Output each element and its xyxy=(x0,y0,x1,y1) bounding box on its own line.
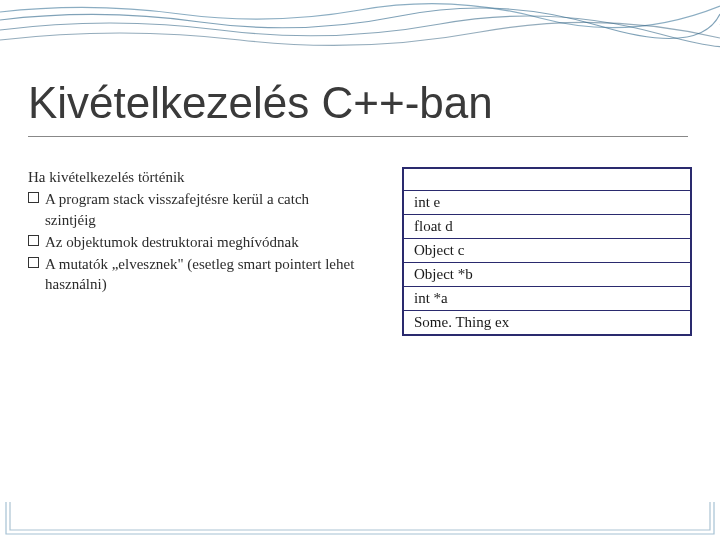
footer-frame-decoration xyxy=(0,502,720,540)
stack-diagram: int e float d Object c Object *b int *a … xyxy=(402,167,692,336)
checkbox-bullet-icon xyxy=(28,257,39,268)
stack-row: Object c xyxy=(404,239,690,263)
stack-row: int e xyxy=(404,191,690,215)
body-text-column: Ha kivételkezelés történik A program sta… xyxy=(28,167,362,336)
stack-row: Some. Thing ex xyxy=(404,311,690,334)
checkbox-bullet-icon xyxy=(28,235,39,246)
intro-text: Ha kivételkezelés történik xyxy=(28,167,362,187)
slide-title: Kivételkezelés C++-ban xyxy=(28,78,692,128)
bullet-text: A program stack visszafejtésre kerül a c… xyxy=(45,189,362,230)
bullet-text: A mutatók „elvesznek" (esetleg smart poi… xyxy=(45,254,362,295)
stack-row: Object *b xyxy=(404,263,690,287)
stack-row: int *a xyxy=(404,287,690,311)
bullet-text: Az objektumok destruktorai meghívódnak xyxy=(45,232,362,252)
checkbox-bullet-icon xyxy=(28,192,39,203)
stack-row xyxy=(404,169,690,191)
bullet-item: A program stack visszafejtésre kerül a c… xyxy=(28,189,362,230)
stack-row: float d xyxy=(404,215,690,239)
bullet-item: A mutatók „elvesznek" (esetleg smart poi… xyxy=(28,254,362,295)
bullet-item: Az objektumok destruktorai meghívódnak xyxy=(28,232,362,252)
